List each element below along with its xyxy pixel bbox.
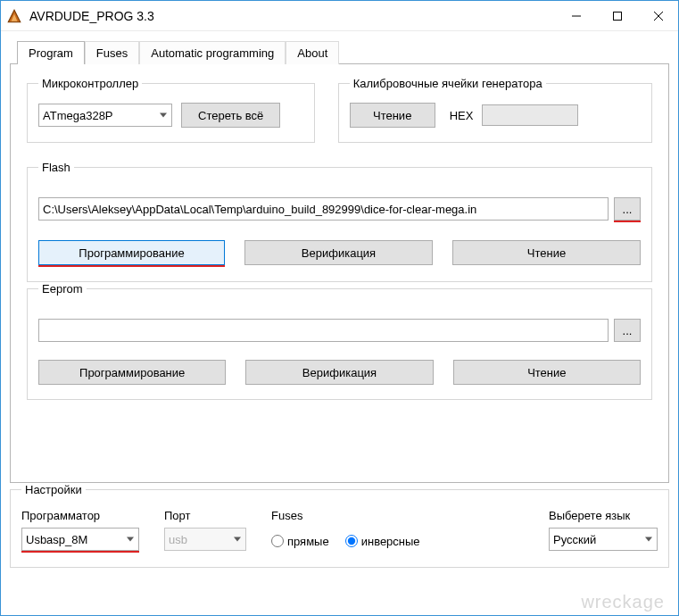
fuses-inverse-radio[interactable] — [345, 535, 358, 547]
tab-fuses[interactable]: Fuses — [85, 41, 139, 64]
tab-about[interactable]: About — [286, 41, 339, 64]
fuses-label: Fuses — [271, 509, 524, 522]
programmer-label: Программатор — [21, 509, 139, 522]
tab-auto[interactable]: Automatic programming — [139, 41, 286, 64]
svg-rect-3 — [613, 12, 621, 20]
mcu-group: Микроконтроллер ATmega328P Стереть всё — [27, 77, 315, 143]
calib-hex-label: HEX — [450, 109, 474, 122]
minimize-button[interactable] — [555, 3, 596, 29]
app-window: AVRDUDE_PROG 3.3 Program Fuses Automatic… — [0, 0, 679, 616]
port-label: Порт — [164, 509, 246, 522]
eeprom-read-button[interactable]: Чтение — [453, 360, 641, 385]
port-select: usb — [164, 528, 246, 551]
flash-verify-button[interactable]: Верификация — [244, 240, 433, 265]
window-title: AVRDUDE_PROG 3.3 — [29, 9, 555, 23]
mcu-select[interactable]: ATmega328P — [38, 104, 172, 127]
flash-legend: Flash — [38, 161, 74, 174]
fuses-inverse-radio-label[interactable]: инверсные — [345, 535, 420, 548]
eeprom-verify-button[interactable]: Верификация — [245, 360, 433, 385]
settings-group: Настройки Программатор Usbasp_8M Порт — [10, 483, 669, 568]
eeprom-program-button[interactable]: Программирование — [38, 360, 226, 385]
eeprom-group: Eeprom ... Программирование Верификация … — [27, 282, 652, 400]
content-area: Program Fuses Automatic programming Abou… — [1, 31, 678, 615]
erase-button[interactable]: Стереть всё — [181, 103, 280, 128]
flash-group: Flash ... Программирование Верификация Ч… — [27, 161, 652, 282]
settings-legend: Настройки — [21, 483, 86, 496]
mcu-select-wrap: ATmega328P — [38, 104, 172, 127]
lang-select[interactable]: Русский — [549, 528, 658, 551]
eeprom-path-input[interactable] — [38, 319, 609, 342]
tab-program-panel: Микроконтроллер ATmega328P Стереть всё К… — [10, 63, 669, 483]
eeprom-legend: Eeprom — [38, 282, 87, 296]
mcu-legend: Микроконтроллер — [38, 77, 142, 90]
calib-legend: Калибровочные ячейки генератора — [350, 77, 546, 90]
fuses-direct-radio-label[interactable]: прямые — [271, 535, 329, 548]
flash-browse-button[interactable]: ... — [614, 197, 641, 221]
flash-read-button[interactable]: Чтение — [452, 240, 641, 265]
programmer-select[interactable]: Usbasp_8M — [21, 528, 139, 551]
close-button[interactable] — [637, 3, 678, 29]
app-icon — [6, 8, 22, 24]
watermark: wreckage — [581, 592, 665, 612]
calib-read-button[interactable]: Чтение — [350, 103, 435, 128]
lang-label: Выберете язык — [549, 509, 658, 522]
calib-hex-value — [482, 104, 578, 126]
titlebar: AVRDUDE_PROG 3.3 — [1, 1, 678, 31]
fuses-direct-text: прямые — [287, 535, 329, 548]
tabstrip: Program Fuses Automatic programming Abou… — [10, 41, 669, 64]
tab-program[interactable]: Program — [17, 41, 85, 64]
fuses-direct-radio[interactable] — [271, 535, 284, 547]
eeprom-browse-button[interactable]: ... — [614, 319, 641, 342]
flash-path-input[interactable] — [38, 197, 609, 221]
maximize-button[interactable] — [596, 3, 637, 29]
fuses-inverse-text: инверсные — [361, 535, 420, 548]
flash-program-button[interactable]: Программирование — [38, 240, 225, 265]
calib-group: Калибровочные ячейки генератора Чтение H… — [338, 77, 652, 143]
